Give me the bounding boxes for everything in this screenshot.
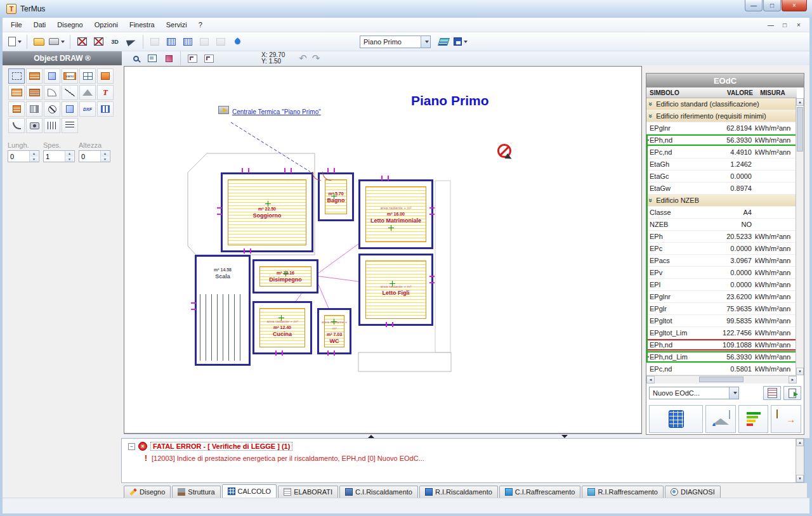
tab-ci-riscaldamento[interactable]: C.I.Riscaldamento <box>339 486 418 498</box>
table-vertical-scrollbar[interactable]: ▲ ▼ <box>796 98 804 375</box>
measure-entities-button[interactable] <box>213 34 228 49</box>
stepper-up-icon[interactable]: ▲ <box>30 151 38 157</box>
tab-ri-riscaldamento[interactable]: R.I.Riscaldamento <box>419 486 498 498</box>
tool-north-arrow[interactable] <box>44 101 60 117</box>
tool-pillar[interactable] <box>44 68 60 84</box>
thickness-input[interactable] <box>44 151 65 162</box>
eodc-selector[interactable]: Nuovo EOdC... <box>649 387 739 399</box>
tab-elaborati[interactable]: ELABORATI <box>278 486 338 498</box>
stepper-down-icon[interactable]: ▼ <box>30 157 38 162</box>
energy-class-button[interactable] <box>738 405 769 433</box>
menu-help[interactable]: ? <box>193 19 208 30</box>
tool-line[interactable] <box>62 85 78 100</box>
thermal-plant-icon[interactable] <box>218 106 229 114</box>
table-row[interactable]: EPglr75.9635kWh/m²anno <box>646 303 797 315</box>
tool-wall-masonry[interactable] <box>26 68 43 84</box>
table-row[interactable]: EPh20.5233kWh/m²anno <box>646 231 797 243</box>
copy-entities-button[interactable] <box>164 34 179 49</box>
tab-ri-raffrescamento[interactable]: R.I.Raffrescamento <box>582 486 664 498</box>
paste-entities-button[interactable] <box>180 34 195 49</box>
length-input[interactable] <box>8 151 29 162</box>
tool-camera[interactable] <box>26 118 43 133</box>
scrollbar-thumb[interactable] <box>797 107 803 152</box>
menu-disegno[interactable]: Disegno <box>51 19 88 30</box>
tool-wall-partition[interactable] <box>26 85 43 100</box>
home-button[interactable]: ▲ <box>705 405 736 433</box>
table-row[interactable]: EtaGw0.8974 <box>646 183 797 195</box>
height-input[interactable] <box>79 151 100 162</box>
collapse-box-icon[interactable]: − <box>128 443 135 450</box>
tool-curve[interactable] <box>8 118 25 133</box>
table-row[interactable]: EPv0.0000kWh/m²anno <box>646 267 797 279</box>
save-view-button[interactable] <box>452 34 469 49</box>
scroll-down-icon[interactable]: ▼ <box>796 368 804 375</box>
table-section-row[interactable]: »Edificio riferimento (requisiti minimi) <box>646 110 797 122</box>
stepper-up-icon[interactable]: ▲ <box>65 151 74 157</box>
thickness-stepper[interactable]: ▲▼ <box>43 150 75 162</box>
table-row[interactable]: EPc0.0000kWh/m²anno <box>646 243 797 255</box>
scrollbar-thumb[interactable] <box>699 377 743 382</box>
tool-measure-lines[interactable] <box>44 118 60 133</box>
room-disimpegno[interactable]: m² 13.16 Disimpegno <box>252 259 318 293</box>
snap-grid-button[interactable] <box>185 51 200 66</box>
report-button[interactable] <box>763 386 781 400</box>
floor-selector[interactable]: Piano Primo <box>360 35 431 48</box>
eodc-selector-arrow[interactable] <box>729 387 738 399</box>
view-3d-button[interactable]: 3D <box>107 34 122 49</box>
tab-struttura[interactable]: Struttura <box>172 486 220 498</box>
length-stepper[interactable]: ▲▼ <box>8 150 39 162</box>
scroll-up-icon[interactable]: ▲ <box>796 439 804 446</box>
table-row[interactable]: EPgltot_Lim122.7456kWh/m²anno <box>646 327 797 339</box>
edit-entity-button[interactable] <box>147 34 162 49</box>
export-button[interactable] <box>783 386 801 400</box>
collapse-icon[interactable]: » <box>647 114 655 118</box>
table-row[interactable]: NZEBNO <box>646 219 797 231</box>
thermal-plant-link[interactable]: Centrale Termica "Piano Primo" <box>232 108 321 115</box>
room-letto-matrimoniale[interactable]: area radiante + m² m² 16.00 Letto Matrim… <box>358 179 433 249</box>
column-valore[interactable]: VALORE <box>707 89 753 96</box>
calculate-button[interactable] <box>649 405 703 433</box>
table-row[interactable]: EPgltot99.5835kWh/m²anno <box>646 315 797 327</box>
title-bar[interactable]: T TerMus — □ × <box>0 0 812 18</box>
menu-finestra[interactable]: Finestra <box>124 19 160 30</box>
maximize-button[interactable]: □ <box>763 0 781 11</box>
redo-button[interactable]: ↷ <box>310 53 323 64</box>
tool-furniture[interactable] <box>26 101 43 117</box>
menu-file[interactable]: File <box>5 19 28 30</box>
tool-door[interactable] <box>44 85 60 100</box>
table-row[interactable]: EPl0.0000kWh/m²anno <box>646 279 797 291</box>
table-section-row[interactable]: »Edificio standard (classificazione) <box>646 98 797 110</box>
tab-diagnosi[interactable]: DIAGNOSI <box>665 486 721 498</box>
table-row[interactable]: EPh,nd_Lim56.3930kWh/m²anno <box>646 351 797 363</box>
height-stepper[interactable]: ▲▼ <box>79 150 110 162</box>
table-row[interactable]: EPglnr23.6200kWh/m²anno <box>646 291 797 303</box>
cut-entities-button[interactable] <box>197 34 212 49</box>
redraw-button[interactable] <box>161 51 176 66</box>
table-row[interactable]: EPglnr62.8194kWh/m²anno <box>646 122 797 134</box>
close-view-right-button[interactable] <box>91 34 106 49</box>
close-view-left-button[interactable] <box>74 34 89 49</box>
menu-servizi[interactable]: Servizi <box>160 19 193 30</box>
tool-wall-insulated[interactable] <box>8 85 25 100</box>
tool-glass-wall[interactable] <box>62 101 78 117</box>
zoom-button[interactable] <box>128 51 143 66</box>
tool-text[interactable]: T <box>97 85 114 100</box>
mdi-minimize-button[interactable]: — <box>764 20 778 30</box>
room-letto-figli[interactable]: area radiante + m² Letto Figli <box>358 254 433 326</box>
stepper-down-icon[interactable]: ▼ <box>65 157 74 162</box>
tool-stairs[interactable] <box>97 101 114 117</box>
table-row[interactable]: ClasseA4 <box>646 207 797 219</box>
undo-button[interactable]: ↶ <box>296 53 310 64</box>
room-soggiorno[interactable]: m² 22.50 Soggiorno <box>221 172 313 252</box>
walkthrough-button[interactable] <box>124 34 139 49</box>
table-row[interactable]: EtaGh1.2462 <box>646 158 797 171</box>
minimize-button[interactable]: — <box>745 0 763 11</box>
tool-select[interactable] <box>8 68 25 84</box>
scroll-down-icon[interactable]: ▼ <box>796 475 804 482</box>
menu-opzioni[interactable]: Opzioni <box>89 19 124 30</box>
floor-selector-arrow[interactable] <box>421 36 430 48</box>
column-simbolo[interactable]: SIMBOLO <box>646 89 707 96</box>
drawing-canvas[interactable]: Piano Primo Centrale Termica "Piano Prim… <box>124 66 642 434</box>
tab-ci-raffrescamento[interactable]: C.I.Raffrescamento <box>499 486 581 498</box>
scroll-up-icon[interactable]: ▲ <box>796 98 804 106</box>
